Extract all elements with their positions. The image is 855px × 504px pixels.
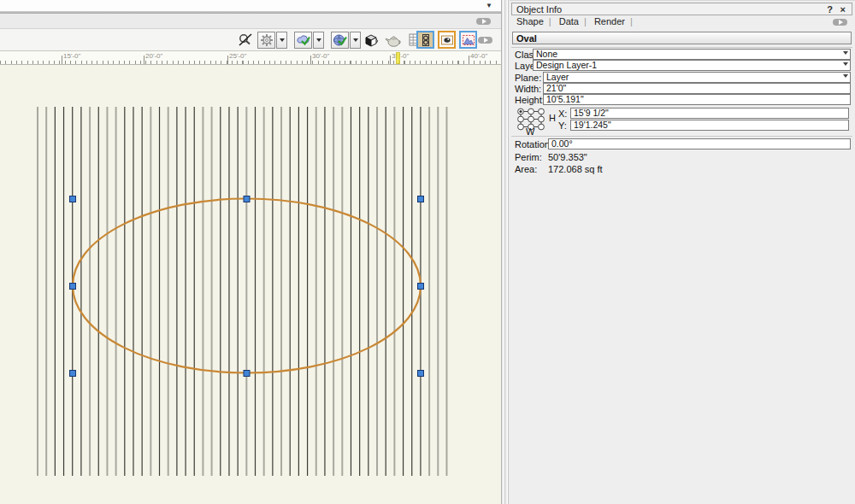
tab-data[interactable]: Data: [559, 16, 579, 26]
view-toolbar: [0, 29, 501, 51]
viewbar-overflow-button[interactable]: [478, 37, 492, 44]
ruler-cursor-marker: [396, 52, 400, 64]
tab-separator: |: [630, 16, 633, 26]
selection-handle[interactable]: [70, 196, 76, 202]
gear-icon: [260, 33, 274, 47]
y-field[interactable]: 19'1.245": [570, 120, 849, 131]
plane-label: Plane:: [515, 73, 541, 83]
data-bar-toggle-icon[interactable]: [416, 31, 434, 49]
y-label: Y:: [558, 120, 567, 131]
gear-dropdown-arrow[interactable]: [276, 32, 287, 49]
panel-tab-bar: Shape| Data| Render|: [511, 16, 852, 30]
saved-views-button[interactable]: [294, 32, 312, 49]
panel-splitter[interactable]: [501, 0, 510, 504]
ruler-label: 15'-0": [63, 52, 80, 60]
class-dropdown[interactable]: None: [533, 49, 851, 60]
ruler-label: 25'-0": [229, 52, 246, 60]
disable-constraints-icon[interactable]: [238, 32, 253, 49]
help-button[interactable]: ?: [827, 4, 833, 15]
object-type-label: Oval: [516, 33, 537, 44]
drawing-window: ▼: [0, 0, 501, 504]
width-field[interactable]: 21'0": [543, 83, 851, 94]
ruler-major-tick: [62, 56, 62, 64]
selected-reference-point: [519, 110, 522, 113]
ruler-major-tick: [227, 56, 228, 64]
height-label: Height:: [515, 95, 545, 105]
hatch-stripes: [38, 107, 446, 476]
tool-options-gear-button[interactable]: [257, 32, 275, 49]
height-field[interactable]: 10'5.191": [543, 94, 851, 105]
object-type-header: Oval: [512, 32, 852, 44]
section-separator: [511, 136, 852, 137]
rotation-label: Rotation:: [515, 139, 552, 149]
selection-handle[interactable]: [70, 284, 76, 290]
application-window: ▼: [0, 0, 855, 504]
tab-render[interactable]: Render: [594, 16, 625, 26]
saved-views-dropdown-arrow[interactable]: [313, 32, 324, 49]
render-mode-cube-icon[interactable]: [363, 32, 380, 49]
object-info-panel: Object Info ? × Shape| Data| Render| Ova…: [510, 0, 855, 504]
panel-overflow-button[interactable]: [833, 19, 847, 26]
perimeter-label: Perim:: [515, 152, 542, 162]
current-view-dropdown-arrow[interactable]: [350, 32, 361, 49]
layer-dropdown[interactable]: Design Layer-1: [533, 60, 851, 71]
ruler-major-tick: [469, 56, 469, 64]
current-view-button[interactable]: [331, 32, 349, 49]
selection-handle[interactable]: [418, 284, 424, 290]
toolbar-overflow-button[interactable]: [476, 18, 491, 25]
section-separator: [511, 47, 852, 48]
camera-view-toggle-icon[interactable]: [438, 31, 456, 49]
tab-shape[interactable]: Shape: [516, 16, 544, 26]
area-value: 172.068 sq ft: [548, 164, 603, 174]
perimeter-value: 50'9.353": [548, 152, 587, 162]
tab-separator: |: [549, 16, 551, 26]
selection-handle[interactable]: [418, 371, 424, 377]
toolbar-row-second: [0, 14, 501, 29]
saved-views-icon: [296, 33, 311, 47]
selection-handle[interactable]: [418, 196, 424, 202]
drawing-canvas[interactable]: [0, 65, 501, 504]
chevron-down-icon: [843, 74, 848, 78]
selection-handle[interactable]: [244, 371, 250, 377]
canvas-graphics: [0, 65, 501, 504]
render-teapot-icon[interactable]: [384, 32, 403, 49]
rotation-field[interactable]: 0.00°: [548, 138, 851, 149]
width-label: Width:: [515, 84, 541, 94]
panel-title: Object Info: [516, 4, 562, 15]
horizontal-ruler: 15'-0"20'-0"25'-0"30'-0"35'-0"40'-0": [0, 51, 501, 65]
x-field[interactable]: 15'9 1/2": [570, 108, 849, 119]
current-view-icon: [333, 33, 348, 47]
ruler-label: 35'-0": [392, 52, 409, 60]
panel-titlebar: Object Info ? ×: [511, 3, 852, 15]
h-axis-label: H: [549, 113, 556, 123]
ruler-label: 40'-0": [470, 52, 487, 60]
plane-dropdown[interactable]: Layer: [543, 72, 851, 83]
ruler-label: 30'-0": [312, 52, 329, 60]
ruler-major-tick: [310, 56, 311, 64]
ruler-major-tick: [144, 56, 144, 64]
ruler-minor-ticks: [0, 61, 501, 64]
area-label: Area:: [515, 164, 537, 174]
ruler-label: 20'-0": [145, 52, 162, 60]
ruler-major-tick: [390, 56, 391, 64]
toolbar-row-top: ▼: [0, 0, 501, 11]
chevron-down-icon[interactable]: ▼: [486, 2, 492, 9]
chevron-down-icon: [843, 51, 848, 55]
selection-handle[interactable]: [70, 371, 76, 377]
close-icon[interactable]: ×: [840, 4, 846, 15]
selection-handle[interactable]: [244, 196, 250, 202]
tab-separator: |: [584, 16, 587, 26]
viewport-toggle-icon[interactable]: [459, 31, 477, 49]
chevron-down-icon: [843, 62, 848, 66]
x-label: X:: [558, 108, 567, 119]
